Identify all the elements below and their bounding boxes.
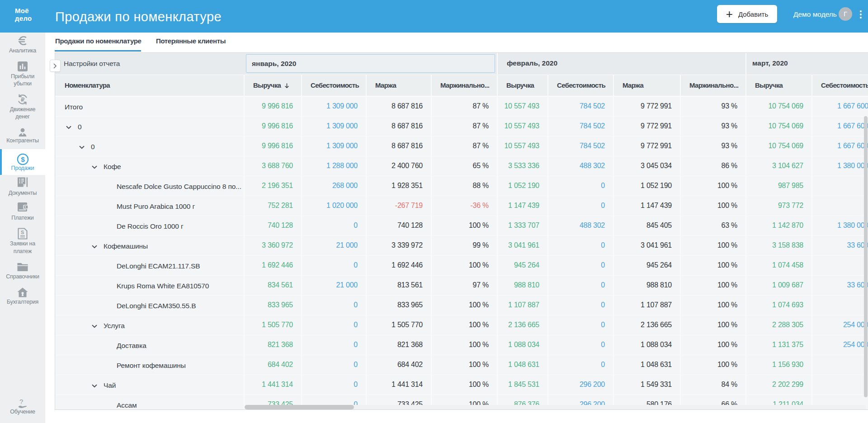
svg-text:₽: ₽ xyxy=(21,97,24,103)
svg-text:S: S xyxy=(21,230,24,235)
svg-text:$: $ xyxy=(21,155,25,163)
svg-text:?: ? xyxy=(19,398,23,405)
